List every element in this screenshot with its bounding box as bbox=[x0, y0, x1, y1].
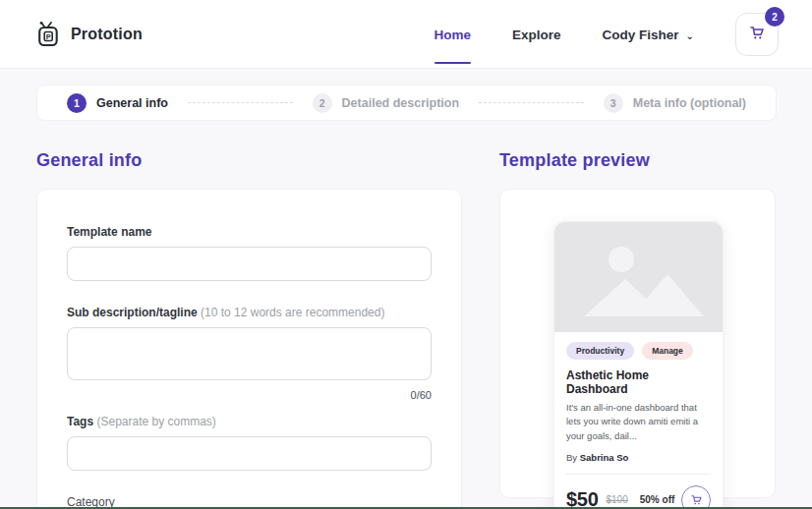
tag-pill-manage[interactable]: Manage bbox=[642, 342, 693, 360]
product-author: Sabrina So bbox=[580, 452, 629, 463]
cart-button[interactable]: 2 bbox=[735, 13, 779, 56]
user-menu[interactable]: Cody Fisher ⌄ bbox=[603, 0, 694, 69]
price-original: $100 bbox=[606, 494, 627, 505]
header: P Prototion Home Explore Cody Fisher ⌄ bbox=[0, 0, 812, 69]
step-meta-info[interactable]: 3 Meta info (optional) bbox=[604, 93, 746, 113]
product-body: Productivity Manage Asthetic Home Dashbo… bbox=[554, 332, 723, 475]
cart-badge: 2 bbox=[765, 7, 784, 27]
add-to-cart-button[interactable] bbox=[681, 485, 711, 509]
prototion-giftbox-icon: P bbox=[36, 21, 62, 48]
price-row: $50 $100 50% off bbox=[554, 475, 723, 509]
product-author-line: By Sabrina So bbox=[566, 452, 711, 463]
tags-label: Tags (Separate by commas) bbox=[67, 415, 432, 428]
preview-section-heading: Template preview bbox=[499, 150, 650, 171]
template-name-label: Template name bbox=[67, 225, 432, 239]
step-label: Meta info (optional) bbox=[633, 96, 746, 110]
character-counter: 0/60 bbox=[67, 389, 432, 401]
product-description: It's an all-in-one dashboard that lets y… bbox=[566, 401, 711, 443]
tag-pill-productivity[interactable]: Productivity bbox=[566, 342, 634, 360]
step-detailed-description[interactable]: 2 Detailed description bbox=[313, 93, 459, 113]
step-label: Detailed description bbox=[342, 96, 459, 110]
product-image-placeholder bbox=[554, 222, 723, 332]
price-current: $50 bbox=[566, 488, 598, 509]
page: P Prototion Home Explore Cody Fisher ⌄ bbox=[0, 0, 812, 509]
tags-input[interactable] bbox=[67, 436, 432, 471]
product-preview-card: Productivity Manage Asthetic Home Dashbo… bbox=[553, 221, 724, 509]
step-number: 1 bbox=[67, 93, 87, 113]
sub-description-label: Sub description/tagline (10 to 12 words … bbox=[67, 306, 432, 319]
step-label: General info bbox=[96, 96, 168, 110]
step-general-info[interactable]: 1 General info bbox=[67, 93, 168, 113]
logo-text: Prototion bbox=[71, 26, 143, 43]
step-connector bbox=[188, 102, 293, 103]
product-tag-pills: Productivity Manage bbox=[566, 342, 711, 360]
price-discount: 50% off bbox=[640, 494, 675, 505]
form-section-heading: General info bbox=[36, 150, 142, 171]
cart-icon bbox=[689, 492, 704, 507]
progress-stepper: 1 General info 2 Detailed description 3 … bbox=[36, 85, 777, 121]
product-title: Asthetic Home Dashboard bbox=[566, 368, 711, 396]
chevron-down-icon: ⌄ bbox=[686, 30, 694, 41]
cart-icon bbox=[747, 23, 767, 46]
step-connector bbox=[479, 102, 584, 103]
template-name-input[interactable] bbox=[67, 247, 432, 281]
nav-item-explore[interactable]: Explore bbox=[512, 0, 561, 69]
user-name: Cody Fisher bbox=[603, 28, 679, 42]
svg-text:P: P bbox=[46, 32, 51, 41]
logo[interactable]: P Prototion bbox=[36, 0, 143, 69]
sub-description-textarea[interactable] bbox=[67, 327, 432, 380]
nav-item-home[interactable]: Home bbox=[435, 0, 472, 69]
step-number: 3 bbox=[604, 93, 623, 113]
general-info-form-card: Template name Sub description/tagline (1… bbox=[36, 189, 462, 509]
main-nav: Home Explore Cody Fisher ⌄ 2 bbox=[435, 0, 779, 69]
template-preview-panel: Productivity Manage Asthetic Home Dashbo… bbox=[499, 189, 776, 498]
tags-hint: (Separate by commas) bbox=[96, 415, 215, 428]
step-number: 2 bbox=[313, 93, 332, 113]
